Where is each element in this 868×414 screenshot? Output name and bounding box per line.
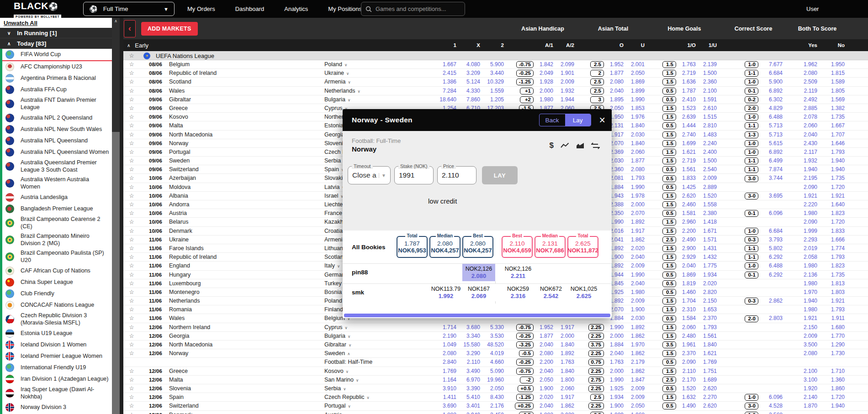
odds-home-goals-over[interactable]: 2.310: [678, 305, 699, 314]
odds-under[interactable]: 2.050: [627, 402, 648, 410]
odds-home-goals-over[interactable]: 2.110: [678, 367, 699, 376]
odds-btts-yes[interactable]: 1.921: [786, 192, 821, 200]
odds-btts-yes[interactable]: 1.932: [786, 157, 821, 165]
odds-under[interactable]: 2.009: [627, 297, 648, 305]
odds-ah-home[interactable]: 1.842: [536, 60, 557, 69]
odds-under[interactable]: 1.976: [627, 113, 648, 121]
odds-ah-away[interactable]: 1.901: [557, 69, 578, 78]
odds-home[interactable]: 2.840: [436, 358, 460, 367]
star-icon[interactable]: ☆: [123, 279, 140, 288]
line-box[interactable]: 2.25: [588, 403, 604, 409]
odds-btts-no[interactable]: 1.823: [821, 262, 848, 270]
sidebar-item-league[interactable]: Australia FFA Cup: [0, 84, 112, 95]
star-icon[interactable]: ☆: [123, 174, 140, 183]
odds-under[interactable]: 2.030: [627, 314, 648, 323]
line-box[interactable]: 2.25: [588, 324, 604, 331]
line-box[interactable]: 2.5: [590, 88, 604, 94]
odds-home[interactable]: 1.411: [436, 393, 460, 402]
line-box[interactable]: 0-3: [745, 298, 758, 304]
home-team[interactable]: Belarus: [167, 218, 323, 226]
odds-home-goals-over[interactable]: 2.960: [678, 218, 699, 226]
line-box[interactable]: 3-0: [745, 193, 758, 199]
star-icon[interactable]: ☆: [123, 376, 140, 384]
away-team-dropdown[interactable]: Kosovo∨: [323, 367, 436, 376]
odds-over[interactable]: 2.000: [606, 367, 627, 376]
odds-correct-score[interactable]: 6.488: [761, 113, 786, 121]
odds-home-goals-over[interactable]: 1.444: [678, 121, 699, 130]
odds-draw[interactable]: 3.940: [460, 411, 484, 414]
odds-correct-score[interactable]: 2.568: [761, 411, 786, 414]
odds-correct-score[interactable]: 2.862: [761, 297, 786, 305]
odds-over[interactable]: 1.934: [606, 393, 627, 402]
star-icon[interactable]: ☆: [123, 323, 140, 332]
collapse-sidebar-button[interactable]: ‹: [124, 20, 136, 37]
line-box[interactable]: 1-0: [745, 79, 758, 85]
odds-btts-yes[interactable]: 2.080: [786, 69, 821, 78]
odds-under[interactable]: 1.793: [627, 174, 648, 183]
odds-btts-yes[interactable]: 2.885: [786, 104, 821, 113]
home-team[interactable]: Montenegro: [167, 288, 323, 297]
odds-btts-no[interactable]: 1.720: [821, 218, 848, 226]
odds-home-goals-under[interactable]: 2.620: [699, 402, 720, 410]
odds-over[interactable]: 2.000: [606, 332, 627, 341]
odds-btts-yes[interactable]: 1.962: [786, 60, 821, 69]
odds-btts-no[interactable]: 1.707: [821, 131, 848, 139]
odds-home-goals-over[interactable]: 2.480: [678, 332, 699, 341]
odds-home-goals-under[interactable]: 1.793: [699, 323, 720, 332]
odds-btts-yes[interactable]: 3.500: [786, 341, 821, 349]
sidebar-item-league[interactable]: Bangladesh Premier League: [0, 203, 112, 215]
odds-home[interactable]: 1.667: [436, 60, 460, 69]
odds-home[interactable]: 1.049: [436, 341, 460, 349]
odds-btts-yes[interactable]: 2.100: [786, 367, 821, 376]
odds-correct-score[interactable]: 6.096: [761, 209, 786, 218]
home-team[interactable]: Wales: [167, 314, 323, 323]
odds-ah-home[interactable]: 1.928: [536, 78, 557, 86]
odds-under[interactable]: 2.020: [627, 244, 648, 253]
odds-away[interactable]: 19.960: [484, 376, 508, 384]
star-icon[interactable]: ☆: [123, 297, 140, 305]
odds-btts-no[interactable]: 1.382: [821, 104, 848, 113]
odds-away[interactable]: 2.050: [484, 384, 508, 393]
line-box[interactable]: 2-0: [745, 105, 758, 112]
odds-ah-home[interactable]: 2.049: [536, 69, 557, 78]
timeout-dropdown[interactable]: Timeout Close a... ▼: [348, 166, 391, 184]
home-team[interactable]: Denmark: [167, 411, 323, 414]
odds-away[interactable]: 4.019: [484, 349, 508, 358]
odds-btts-no[interactable]: 1.793: [821, 148, 848, 157]
odds-correct-score[interactable]: 5.900: [761, 78, 786, 86]
star-icon[interactable]: ☆: [123, 367, 140, 376]
odds-over[interactable]: 1.990: [606, 323, 627, 332]
odds-ah-away[interactable]: 1.862: [557, 402, 578, 410]
home-team[interactable]: Malta: [167, 121, 323, 130]
line-box[interactable]: 0.5: [662, 184, 676, 191]
odds-ah-home[interactable]: 2.040: [536, 341, 557, 349]
odds-over[interactable]: 1.990: [606, 376, 627, 384]
odds-home-goals-under[interactable]: 2.139: [699, 60, 720, 69]
odds-correct-score[interactable]: 7.874: [761, 165, 786, 174]
line-box[interactable]: 1.5: [662, 61, 676, 68]
sidebar-section-today[interactable]: ∧ Today [83]: [0, 38, 112, 49]
odds-btts-yes[interactable]: 1.999: [786, 227, 821, 236]
odds-home-goals-over[interactable]: 1.763: [678, 60, 699, 69]
star-icon[interactable]: ☆: [123, 384, 140, 393]
odds-home-goals-under[interactable]: 1.591: [699, 95, 720, 104]
line-box[interactable]: 1-1: [745, 254, 758, 261]
home-team[interactable]: Netherlands: [167, 297, 323, 305]
odds-home-goals-over[interactable]: 2.410: [678, 95, 699, 104]
odds-under[interactable]: 1.900: [627, 305, 648, 314]
odds-btts-no[interactable]: 1.735: [821, 113, 848, 121]
odds-home[interactable]: 1.164: [436, 376, 460, 384]
line-box[interactable]: 2.5: [590, 61, 604, 68]
odds-under[interactable]: 2.050: [627, 69, 648, 78]
odds-home-goals-under[interactable]: 2.380: [699, 209, 720, 218]
sidebar-item-league[interactable]: Australia NPL New South Wales: [0, 124, 112, 135]
odds-draw[interactable]: 7.860: [460, 95, 484, 104]
home-team[interactable]: Hungary: [167, 271, 323, 279]
line-box[interactable]: 1.5: [662, 350, 676, 357]
away-team-dropdown[interactable]: Serbia∨: [323, 384, 436, 393]
odds-btts-no[interactable]: 1.940: [821, 165, 848, 174]
star-icon[interactable]: ☆: [123, 236, 140, 244]
odds-draw[interactable]: 4.080: [460, 60, 484, 69]
odds-btts-yes[interactable]: 2.040: [786, 131, 821, 139]
odds-home-goals-over[interactable]: 1.961: [678, 341, 699, 349]
